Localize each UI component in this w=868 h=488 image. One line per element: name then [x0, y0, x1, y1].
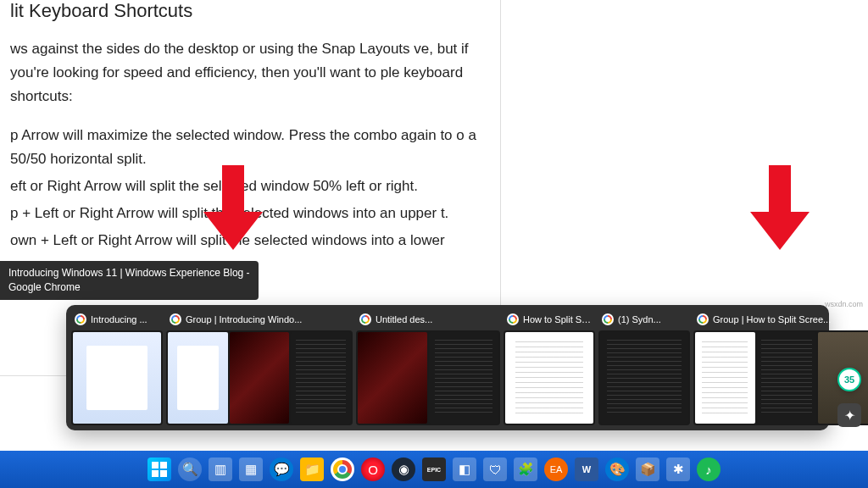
thumbnail-pane: [168, 332, 228, 424]
window-preview-header: (1) Sydn...: [598, 310, 690, 330]
taskbar-epic-icon[interactable]: EPIC: [422, 458, 446, 481]
taskbar: 🔍▥▦💬📁O◉EPIC◧🛡🧩EAW🎨📦✱♪: [0, 451, 868, 488]
taskbar-spotify-icon[interactable]: ♪: [697, 458, 721, 481]
window-preview-header: Untitled des...: [356, 310, 500, 330]
window-preview-header: How to Split Scree...: [504, 310, 595, 330]
window-preview-header: Introducing ...: [71, 310, 163, 330]
chrome-icon: [359, 313, 371, 325]
svg-rect-1: [160, 462, 167, 469]
thumbnail-pane: [429, 332, 498, 424]
thumbnail-pane: [600, 332, 688, 424]
taskbar-window-switcher: Introducing ...Group | Introducing Windo…: [66, 305, 829, 430]
taskbar-explorer-icon[interactable]: 📁: [300, 458, 324, 481]
window-thumbnail: [71, 330, 163, 425]
window-thumbnail: [598, 330, 690, 425]
window-preview-header: Group | Introducing Windo...: [166, 310, 353, 330]
window-preview[interactable]: How to Split Scree...: [504, 310, 595, 425]
section-heading: lit Keyboard Shortcuts: [10, 0, 481, 22]
window-preview[interactable]: (1) Sydn...: [598, 310, 690, 425]
grammarly-badge[interactable]: 35: [837, 368, 861, 391]
window-title: Untitled des...: [376, 314, 432, 324]
taskbar-chat-icon[interactable]: 💬: [270, 458, 293, 481]
thumbnail-pane: [230, 332, 290, 424]
vertical-divider: [500, 0, 501, 313]
chrome-icon: [697, 313, 709, 325]
window-title: How to Split Scree...: [523, 314, 592, 324]
tooltip-line: Google Chrome: [8, 280, 250, 295]
window-tooltip: Introducing Windows 11 | Windows Experie…: [0, 261, 259, 300]
thumbnail-pane: [695, 332, 755, 424]
taskbar-slack-icon[interactable]: ✱: [666, 458, 690, 481]
tooltip-line: Introducing Windows 11 | Windows Experie…: [8, 266, 250, 280]
thumbnail-pane: [505, 332, 593, 424]
taskbar-app1-icon[interactable]: ◧: [453, 458, 476, 481]
taskbar-steam-icon[interactable]: ◉: [392, 458, 415, 481]
taskbar-opera-icon[interactable]: O: [361, 458, 385, 481]
taskbar-start-icon[interactable]: [147, 458, 171, 481]
chrome-icon: [170, 313, 181, 325]
taskbar-word-icon[interactable]: W: [575, 458, 598, 481]
watermark: wsxdn.com: [825, 300, 863, 308]
taskbar-app3-icon[interactable]: 🧩: [514, 458, 537, 481]
window-title: (1) Sydn...: [618, 314, 661, 324]
badge-count: 35: [844, 374, 854, 385]
annotation-arrow-icon: [750, 165, 810, 250]
chrome-icon: [602, 313, 614, 325]
taskbar-app4-icon[interactable]: 🎨: [605, 458, 629, 481]
window-thumbnail: [504, 330, 595, 425]
taskbar-chrome-icon[interactable]: [331, 458, 354, 481]
window-thumbnail: [356, 330, 500, 425]
window-preview[interactable]: Group | Introducing Windo...: [166, 310, 353, 425]
window-title: Introducing ...: [91, 314, 147, 324]
thumbnail-pane: [73, 332, 161, 424]
bullet-item: p Arrow will maximize the selected windo…: [10, 124, 481, 171]
assist-button[interactable]: ✦: [837, 403, 861, 427]
taskbar-app5-icon[interactable]: 📦: [636, 458, 659, 481]
window-thumbnail: [166, 330, 353, 425]
svg-rect-0: [152, 462, 159, 469]
annotation-arrow-icon: [203, 165, 263, 250]
taskbar-widgets-icon[interactable]: ▦: [239, 458, 263, 481]
window-preview[interactable]: Untitled des...: [356, 310, 500, 425]
chrome-icon: [75, 313, 86, 325]
thumbnail-pane: [358, 332, 427, 424]
window-preview-header: Group | How to Split Scree...: [693, 310, 868, 330]
svg-rect-3: [160, 470, 167, 477]
window-title: Group | How to Split Scree...: [713, 314, 831, 324]
thumbnail-pane: [757, 332, 817, 424]
window-title: Group | Introducing Windo...: [186, 314, 302, 324]
window-preview[interactable]: Introducing ...: [71, 310, 163, 425]
taskbar-search-icon[interactable]: 🔍: [178, 458, 202, 481]
thumbnail-pane: [291, 332, 351, 424]
taskbar-app2-icon[interactable]: 🛡: [483, 458, 507, 481]
chrome-icon: [507, 313, 519, 325]
taskbar-ea-icon[interactable]: EA: [544, 458, 568, 481]
taskbar-task-view-icon[interactable]: ▥: [209, 458, 232, 481]
svg-rect-2: [152, 470, 159, 477]
section-paragraph: ws against the sides do the desktop or u…: [10, 37, 481, 108]
